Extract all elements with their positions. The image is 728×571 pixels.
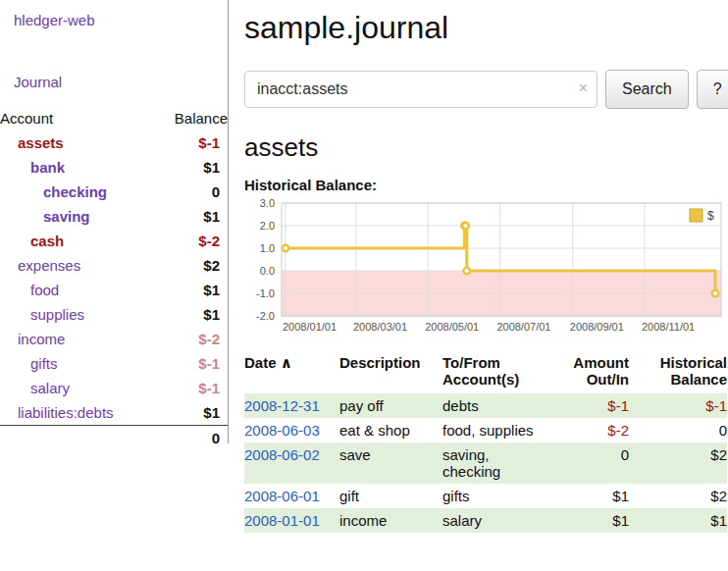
balance-chart: 3.02.01.00.0-1.0-2.02008/01/012008/03/01… — [244, 197, 728, 337]
svg-text:2008/11/01: 2008/11/01 — [642, 321, 695, 333]
account-balance: $1 — [155, 302, 228, 327]
main-content: sample.journal × Search ? assets Histori… — [229, 0, 728, 533]
svg-text:3.0: 3.0 — [260, 197, 275, 209]
svg-text:2008/03/01: 2008/03/01 — [353, 321, 407, 333]
account-link[interactable]: expenses — [18, 257, 80, 274]
account-balance: 0 — [155, 180, 228, 204]
transaction-description: gift — [339, 484, 442, 508]
accounts-header-account: Account — [0, 106, 155, 130]
transaction-date-link[interactable]: 2008-12-31 — [244, 397, 320, 414]
account-balance: $-2 — [155, 229, 228, 253]
account-link[interactable]: income — [18, 331, 65, 347]
account-row: cash$-2 — [0, 229, 228, 253]
account-balance: $1 — [155, 155, 228, 180]
clear-search-icon[interactable]: × — [579, 79, 588, 97]
transaction-accounts: saving, checking — [442, 442, 550, 484]
account-row: expenses$2 — [0, 253, 228, 278]
transaction-description: eat & shop — [339, 418, 442, 442]
account-balance: $1 — [155, 278, 228, 302]
transaction-amount: $1 — [550, 484, 629, 508]
svg-text:2008/09/01: 2008/09/01 — [570, 321, 624, 333]
transaction-balance: 0 — [629, 418, 727, 442]
accounts-header-balance: Balance — [155, 106, 228, 130]
account-balance: $1 — [155, 204, 228, 229]
legend-swatch — [690, 209, 702, 222]
svg-text:2008/07/01: 2008/07/01 — [496, 321, 550, 333]
search-input[interactable] — [244, 71, 598, 108]
register-header-amount: Amount Out/In — [550, 354, 629, 393]
account-heading: assets — [244, 132, 728, 163]
account-link[interactable]: bank — [30, 159, 65, 176]
account-balance: $-2 — [155, 327, 228, 351]
transaction-date-link[interactable]: 2008-06-01 — [244, 488, 320, 504]
transaction-balance: $2 — [629, 484, 727, 508]
account-link[interactable]: gifts — [30, 355, 58, 372]
account-link[interactable]: food — [30, 282, 59, 298]
svg-text:-1.0: -1.0 — [256, 287, 275, 299]
account-balance: $-1 — [155, 351, 228, 376]
search-bar: × Search ? — [244, 70, 728, 109]
account-link[interactable]: liabilities:debts — [18, 404, 114, 421]
register-row: 2008-06-01giftgifts$1$2 — [244, 484, 727, 508]
app-window: hledger-web Journal Account Balance asse… — [0, 0, 728, 533]
transaction-description: pay off — [339, 393, 442, 418]
account-balance: $2 — [155, 253, 228, 278]
account-balance: $1 — [155, 400, 228, 426]
account-balance: $-1 — [155, 130, 228, 155]
register-header-row: Date ∧ Description To/From Account(s) Am… — [244, 354, 727, 393]
accounts-body: assets$-1bank$1checking0saving$1cash$-2e… — [0, 130, 228, 426]
help-button[interactable]: ? — [697, 70, 728, 109]
account-link[interactable]: assets — [18, 134, 64, 151]
app-title-link[interactable]: hledger-web — [14, 12, 228, 28]
account-link[interactable]: checking — [43, 183, 107, 200]
transaction-date-link[interactable]: 2008-06-03 — [244, 422, 320, 439]
register-header-date[interactable]: Date ∧ — [244, 354, 339, 393]
transaction-accounts: gifts — [442, 484, 550, 508]
accounts-header-row: Account Balance — [0, 106, 228, 130]
transaction-accounts: food, supplies — [442, 418, 550, 442]
chart-point — [283, 245, 288, 251]
page-title: sample.journal — [244, 10, 728, 46]
register-header-balance: Historical Balance — [629, 354, 727, 393]
chart-legend: $ — [688, 207, 717, 225]
account-link[interactable]: saving — [43, 208, 90, 225]
account-link[interactable]: cash — [30, 233, 64, 249]
chart-point — [462, 223, 468, 229]
account-balance: $-1 — [155, 376, 228, 400]
svg-text:0.0: 0.0 — [260, 265, 275, 277]
account-row: liabilities:debts$1 — [0, 400, 228, 426]
sidebar-item-journal[interactable]: Journal — [14, 74, 228, 90]
transaction-amount: $-1 — [550, 393, 629, 418]
transaction-accounts: debts — [442, 393, 550, 418]
transaction-date-link[interactable]: 2008-01-01 — [244, 512, 320, 529]
register-row: 2008-06-02savesaving, checking0$2 — [244, 442, 727, 484]
search-button[interactable]: Search — [605, 70, 689, 109]
transaction-date-link[interactable]: 2008-06-02 — [244, 446, 320, 463]
register-header-account: To/From Account(s) — [442, 354, 550, 393]
svg-text:$: $ — [707, 209, 714, 223]
account-row: food$1 — [0, 278, 228, 302]
transaction-accounts: salary — [442, 508, 550, 533]
register-body: 2008-12-31pay offdebts$-1$-12008-06-03ea… — [244, 393, 727, 533]
account-link[interactable]: supplies — [30, 306, 84, 323]
account-link[interactable]: salary — [30, 380, 70, 396]
accounts-total: 0 — [155, 426, 228, 451]
transaction-balance: $1 — [629, 508, 727, 533]
svg-text:2.0: 2.0 — [260, 220, 275, 232]
transaction-description: save — [339, 442, 442, 484]
account-row: assets$-1 — [0, 130, 228, 155]
chart-point — [464, 268, 470, 274]
account-row: income$-2 — [0, 327, 228, 351]
transaction-amount: 0 — [550, 442, 629, 484]
account-row: checking0 — [0, 180, 228, 204]
svg-text:-2.0: -2.0 — [256, 310, 275, 322]
accounts-total-row: 0 — [0, 426, 228, 451]
account-row: gifts$-1 — [0, 351, 228, 376]
register-table: Date ∧ Description To/From Account(s) Am… — [244, 354, 727, 533]
transaction-amount: $1 — [550, 508, 629, 533]
accounts-table: Account Balance assets$-1bank$1checking0… — [0, 106, 228, 450]
svg-text:2008/01/01: 2008/01/01 — [283, 321, 337, 333]
search-box: × — [244, 71, 598, 108]
svg-text:2008/05/01: 2008/05/01 — [425, 321, 479, 333]
transaction-balance: $-1 — [629, 393, 727, 418]
